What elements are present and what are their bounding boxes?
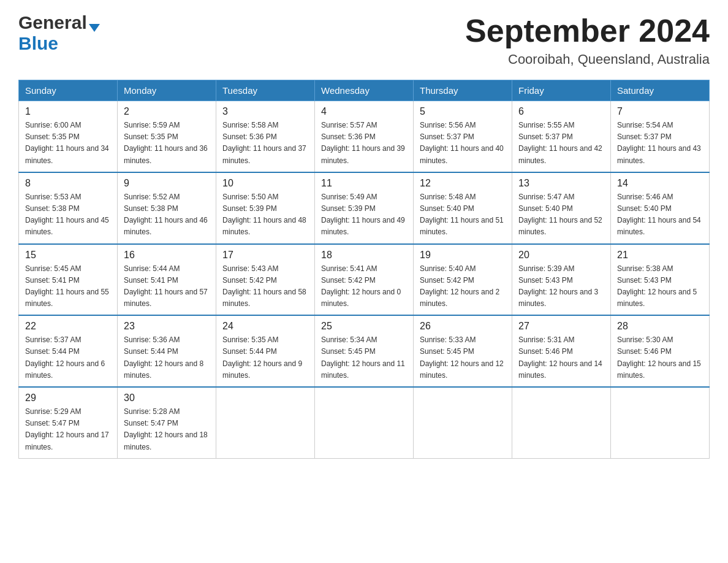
calendar-cell: [611, 387, 710, 458]
day-number: 28: [617, 321, 703, 332]
calendar-cell: 28 Sunrise: 5:30 AMSunset: 5:46 PMDaylig…: [611, 315, 710, 387]
week-row-2: 8 Sunrise: 5:53 AMSunset: 5:38 PMDayligh…: [19, 172, 710, 244]
day-number: 13: [518, 178, 604, 189]
calendar-cell: 27 Sunrise: 5:31 AMSunset: 5:46 PMDaylig…: [512, 315, 611, 387]
day-info: Sunrise: 5:44 AMSunset: 5:41 PMDaylight:…: [124, 263, 210, 310]
day-header-wednesday: Wednesday: [315, 80, 414, 101]
day-info: Sunrise: 5:35 AMSunset: 5:44 PMDaylight:…: [222, 334, 308, 381]
logo-blue-text: Blue: [18, 33, 58, 53]
calendar-cell: 18 Sunrise: 5:41 AMSunset: 5:42 PMDaylig…: [315, 244, 414, 316]
day-info: Sunrise: 5:39 AMSunset: 5:43 PMDaylight:…: [518, 263, 604, 310]
day-number: 4: [321, 106, 407, 117]
day-info: Sunrise: 5:54 AMSunset: 5:37 PMDaylight:…: [617, 120, 703, 167]
day-number: 3: [222, 106, 308, 117]
day-number: 7: [617, 106, 703, 117]
day-number: 19: [420, 250, 506, 261]
day-number: 2: [124, 106, 210, 117]
day-info: Sunrise: 5:38 AMSunset: 5:43 PMDaylight:…: [617, 263, 703, 310]
calendar-cell: 3 Sunrise: 5:58 AMSunset: 5:36 PMDayligh…: [216, 101, 315, 172]
day-number: 23: [124, 321, 210, 332]
calendar-cell: 8 Sunrise: 5:53 AMSunset: 5:38 PMDayligh…: [19, 172, 118, 244]
day-info: Sunrise: 5:33 AMSunset: 5:45 PMDaylight:…: [420, 334, 506, 381]
day-number: 27: [518, 321, 604, 332]
calendar-cell: 6 Sunrise: 5:55 AMSunset: 5:37 PMDayligh…: [512, 101, 611, 172]
calendar-cell: 26 Sunrise: 5:33 AMSunset: 5:45 PMDaylig…: [414, 315, 512, 387]
day-info: Sunrise: 5:43 AMSunset: 5:42 PMDaylight:…: [222, 263, 308, 310]
calendar-cell: 1 Sunrise: 6:00 AMSunset: 5:35 PMDayligh…: [19, 101, 118, 172]
day-header-monday: Monday: [118, 80, 216, 101]
day-info: Sunrise: 5:56 AMSunset: 5:37 PMDaylight:…: [420, 120, 506, 167]
calendar-cell: 30 Sunrise: 5:28 AMSunset: 5:47 PMDaylig…: [118, 387, 216, 458]
day-header-friday: Friday: [512, 80, 611, 101]
calendar-cell: [216, 387, 315, 458]
calendar-title: September 2024: [465, 12, 710, 49]
calendar-cell: 16 Sunrise: 5:44 AMSunset: 5:41 PMDaylig…: [118, 244, 216, 316]
day-info: Sunrise: 5:34 AMSunset: 5:45 PMDaylight:…: [321, 334, 407, 381]
day-info: Sunrise: 5:28 AMSunset: 5:47 PMDaylight:…: [124, 406, 210, 453]
calendar-cell: [512, 387, 611, 458]
calendar-cell: [315, 387, 414, 458]
calendar-cell: 9 Sunrise: 5:52 AMSunset: 5:38 PMDayligh…: [118, 172, 216, 244]
day-header-sunday: Sunday: [19, 80, 118, 101]
calendar-cell: 17 Sunrise: 5:43 AMSunset: 5:42 PMDaylig…: [216, 244, 315, 316]
day-number: 9: [124, 178, 210, 189]
day-number: 18: [321, 250, 407, 261]
calendar-cell: 2 Sunrise: 5:59 AMSunset: 5:35 PMDayligh…: [118, 101, 216, 172]
calendar-cell: 14 Sunrise: 5:46 AMSunset: 5:40 PMDaylig…: [611, 172, 710, 244]
day-info: Sunrise: 5:58 AMSunset: 5:36 PMDaylight:…: [222, 120, 308, 167]
day-info: Sunrise: 5:45 AMSunset: 5:41 PMDaylight:…: [25, 263, 111, 310]
week-row-3: 15 Sunrise: 5:45 AMSunset: 5:41 PMDaylig…: [19, 244, 710, 316]
day-number: 30: [124, 393, 210, 404]
day-info: Sunrise: 5:36 AMSunset: 5:44 PMDaylight:…: [124, 334, 210, 381]
page-header: General Blue September 2024 Cooroibah, Q…: [18, 12, 710, 67]
day-number: 11: [321, 178, 407, 189]
day-number: 6: [518, 106, 604, 117]
day-number: 22: [25, 321, 111, 332]
day-header-tuesday: Tuesday: [216, 80, 315, 101]
week-row-5: 29 Sunrise: 5:29 AMSunset: 5:47 PMDaylig…: [19, 387, 710, 458]
day-number: 21: [617, 250, 703, 261]
day-number: 24: [222, 321, 308, 332]
day-info: Sunrise: 5:53 AMSunset: 5:38 PMDaylight:…: [25, 191, 111, 239]
day-number: 20: [518, 250, 604, 261]
day-info: Sunrise: 5:59 AMSunset: 5:35 PMDaylight:…: [124, 120, 210, 167]
day-number: 8: [25, 178, 111, 189]
calendar-cell: 25 Sunrise: 5:34 AMSunset: 5:45 PMDaylig…: [315, 315, 414, 387]
day-info: Sunrise: 5:48 AMSunset: 5:40 PMDaylight:…: [420, 191, 506, 239]
day-number: 14: [617, 178, 703, 189]
calendar-cell: 13 Sunrise: 5:47 AMSunset: 5:40 PMDaylig…: [512, 172, 611, 244]
day-info: Sunrise: 5:31 AMSunset: 5:46 PMDaylight:…: [518, 334, 604, 381]
day-info: Sunrise: 5:50 AMSunset: 5:39 PMDaylight:…: [222, 191, 308, 239]
logo-triangle-icon: [89, 24, 100, 32]
calendar-subtitle: Cooroibah, Queensland, Australia: [465, 52, 710, 67]
calendar-cell: 21 Sunrise: 5:38 AMSunset: 5:43 PMDaylig…: [611, 244, 710, 316]
day-info: Sunrise: 5:57 AMSunset: 5:36 PMDaylight:…: [321, 120, 407, 167]
calendar-cell: 15 Sunrise: 5:45 AMSunset: 5:41 PMDaylig…: [19, 244, 118, 316]
day-info: Sunrise: 5:49 AMSunset: 5:39 PMDaylight:…: [321, 191, 407, 239]
day-info: Sunrise: 5:55 AMSunset: 5:37 PMDaylight:…: [518, 120, 604, 167]
day-header-thursday: Thursday: [414, 80, 512, 101]
calendar-cell: 10 Sunrise: 5:50 AMSunset: 5:39 PMDaylig…: [216, 172, 315, 244]
day-number: 12: [420, 178, 506, 189]
calendar-table: SundayMondayTuesdayWednesdayThursdayFrid…: [18, 80, 710, 459]
calendar-cell: 22 Sunrise: 5:37 AMSunset: 5:44 PMDaylig…: [19, 315, 118, 387]
day-number: 1: [25, 106, 111, 117]
day-number: 16: [124, 250, 210, 261]
day-info: Sunrise: 5:40 AMSunset: 5:42 PMDaylight:…: [420, 263, 506, 310]
calendar-cell: 20 Sunrise: 5:39 AMSunset: 5:43 PMDaylig…: [512, 244, 611, 316]
logo: General Blue: [18, 12, 100, 54]
calendar-cell: 7 Sunrise: 5:54 AMSunset: 5:37 PMDayligh…: [611, 101, 710, 172]
calendar-cell: 24 Sunrise: 5:35 AMSunset: 5:44 PMDaylig…: [216, 315, 315, 387]
calendar-cell: 19 Sunrise: 5:40 AMSunset: 5:42 PMDaylig…: [414, 244, 512, 316]
logo-general-text: General: [18, 12, 87, 33]
week-row-4: 22 Sunrise: 5:37 AMSunset: 5:44 PMDaylig…: [19, 315, 710, 387]
day-number: 10: [222, 178, 308, 189]
calendar-cell: 29 Sunrise: 5:29 AMSunset: 5:47 PMDaylig…: [19, 387, 118, 458]
day-info: Sunrise: 5:47 AMSunset: 5:40 PMDaylight:…: [518, 191, 604, 239]
week-row-1: 1 Sunrise: 6:00 AMSunset: 5:35 PMDayligh…: [19, 101, 710, 172]
day-number: 26: [420, 321, 506, 332]
title-area: September 2024 Cooroibah, Queensland, Au…: [465, 12, 710, 67]
day-header-saturday: Saturday: [611, 80, 710, 101]
day-number: 17: [222, 250, 308, 261]
calendar-cell: 4 Sunrise: 5:57 AMSunset: 5:36 PMDayligh…: [315, 101, 414, 172]
